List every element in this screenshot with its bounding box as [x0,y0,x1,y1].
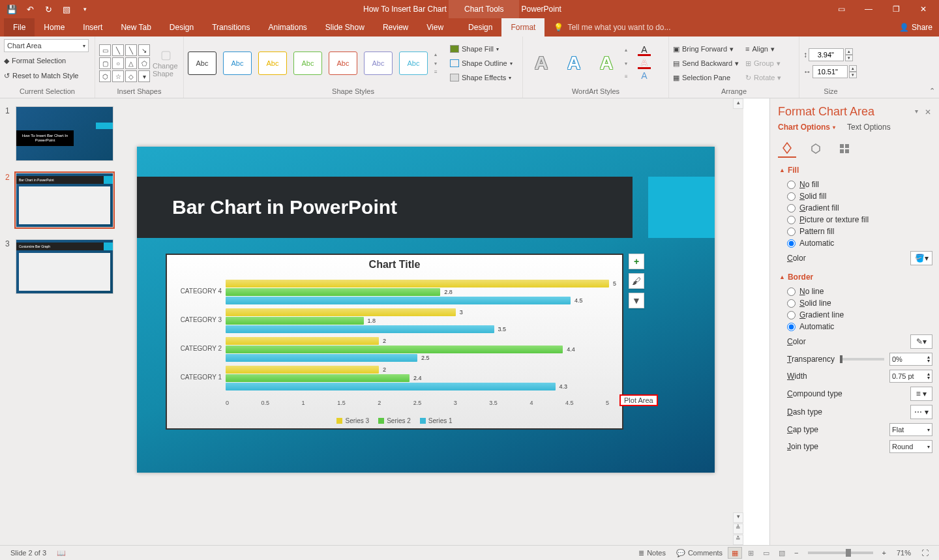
shape-outline-button[interactable]: Shape Outline ▾ [450,57,513,70]
reading-view-button[interactable]: ▭ [759,547,773,559]
text-fill-button[interactable]: A [638,44,651,56]
x-axis[interactable]: 00.511.522.533.544.55 [226,400,609,409]
slide-canvas[interactable]: Bar Chart in PowerPoint Chart Title CATE… [137,147,715,473]
redo-icon[interactable]: ↻ [43,4,53,14]
tab-animations[interactable]: Animations [259,18,316,37]
chart-styles-button[interactable]: 🖌 [629,273,644,289]
gallery-down-icon[interactable]: ▾ [625,61,633,66]
start-slideshow-icon[interactable]: ▧ [61,4,72,14]
spin-up-icon[interactable]: ▴ [849,65,857,72]
chart-object[interactable]: Chart Title CATEGORY 4 5 2.8 4.5 CATEGOR… [166,254,623,430]
notes-button[interactable]: ≣ Notes [633,549,671,557]
spell-check-icon[interactable]: 📖 [52,549,71,557]
group-button[interactable]: ⊞Group ▾ [745,57,781,70]
reset-match-style-button[interactable]: ↺ Reset to Match Style [4,69,79,82]
zoom-level[interactable]: 71% [891,549,916,557]
radio-no-fill[interactable]: No fill [779,179,932,190]
radio-gradient-fill[interactable]: Gradient fill [779,202,932,214]
pane-tab-text-options[interactable]: Text Options [847,123,891,132]
style-swatch[interactable]: Abc [399,52,428,75]
editor-vertical-scrollbar[interactable]: ▴ ▾ ≜ ≛ [733,98,743,545]
bar-series2[interactable] [226,317,364,325]
align-button[interactable]: ≡Align ▾ [745,42,781,55]
chart-title[interactable]: Chart Title [167,255,622,271]
slide-sorter-view-button[interactable]: ⊞ [743,547,758,559]
rotate-button[interactable]: ↻Rotate ▾ [745,71,781,84]
shape-styles-gallery[interactable]: Abc Abc Abc Abc Abc Abc Abc ▴ ▾ ≡ [188,52,442,75]
radio-pattern-fill[interactable]: Pattern fill [779,226,932,237]
tab-new-tab[interactable]: New Tab [112,18,160,37]
zoom-slider[interactable] [808,552,873,554]
tab-home[interactable]: Home [35,18,74,37]
gallery-down-icon[interactable]: ▾ [434,61,442,66]
tab-format[interactable]: Format [501,18,544,37]
wordart-style[interactable]: A [592,47,621,80]
pane-tab-chart-options[interactable]: Chart Options ▾ [778,123,835,132]
maximize-button[interactable]: ❐ [883,0,909,18]
wordart-gallery[interactable]: A A A ▴ ▾ ≡ [527,47,633,80]
bar-series1[interactable] [226,383,556,391]
bar-series1[interactable] [226,354,417,362]
bring-forward-button[interactable]: ▣Bring Forward ▾ [673,42,739,55]
tab-transitions[interactable]: Transitions [203,18,259,37]
bar-series3[interactable] [226,337,379,345]
tab-review[interactable]: Review [374,18,417,37]
share-button[interactable]: 👤 Share [899,23,932,32]
cap-type-field[interactable]: Flat▾ [889,423,932,436]
chart-elements-button[interactable]: + [629,254,644,269]
wordart-style[interactable]: A [527,47,556,80]
slide-counter[interactable]: Slide 2 of 3 [5,549,52,557]
comments-button[interactable]: 💬 Comments [671,549,728,557]
format-selection-button[interactable]: ◆ Format Selection [4,54,66,67]
tab-view[interactable]: View [417,18,453,37]
radio-gradient-line[interactable]: Gradient line [779,309,932,321]
next-slide-icon[interactable]: ≛ [733,535,743,545]
transparency-slider[interactable] [840,358,884,361]
tab-file[interactable]: File [4,18,35,37]
qat-more-icon[interactable]: ▾ [80,4,90,14]
style-swatch[interactable]: Abc [329,52,357,75]
minimize-button[interactable]: — [856,0,882,18]
radio-no-line[interactable]: No line [779,286,932,297]
chart-legend[interactable]: Series 3 Series 2 Series 1 [167,417,622,424]
dash-type-button[interactable]: ⋯ ▾ [910,405,932,419]
slide-thumbnail-2[interactable]: Bar Chart in PowerPoint [16,173,113,228]
border-color-button[interactable]: ✎ ▾ [910,334,932,349]
tab-design[interactable]: Design [160,18,203,37]
width-field[interactable]: 0.75 pt▴▾ [889,370,932,383]
radio-automatic-fill[interactable]: Automatic [779,237,932,249]
plot-area[interactable]: CATEGORY 4 5 2.8 4.5 CATEGORY 3 3 1.8 3.… [226,278,609,397]
save-icon[interactable]: 💾 [7,4,17,14]
pane-menu-icon[interactable]: ▾ [915,108,918,117]
scroll-up-icon[interactable]: ▴ [733,98,743,109]
tell-me-search[interactable]: 💡 Tell me what you want to do... [554,23,670,32]
bar-series3[interactable] [226,280,609,287]
style-swatch[interactable]: Abc [293,52,322,75]
shape-width-input[interactable] [812,65,848,78]
selection-pane-button[interactable]: ▦Selection Pane [673,71,739,84]
close-button[interactable]: ✕ [910,0,936,18]
tab-slideshow[interactable]: Slide Show [316,18,374,37]
gallery-more-icon[interactable]: ≡ [625,74,633,80]
bar-series2[interactable] [226,288,440,296]
collapse-ribbon-icon[interactable]: ⌃ [929,87,935,95]
gallery-more-icon[interactable]: ≡ [434,69,442,75]
radio-picture-fill[interactable]: Picture or texture fill [779,214,932,226]
wordart-style[interactable]: A [559,47,588,80]
fill-color-button[interactable]: 🪣 ▾ [910,251,932,265]
fit-to-window-button[interactable]: ⛶ [916,549,934,557]
slide-editor[interactable]: Bar Chart in PowerPoint Chart Title CATE… [125,98,743,545]
spin-down-icon[interactable]: ▾ [845,55,853,61]
join-type-field[interactable]: Round▾ [889,440,932,453]
style-swatch[interactable]: Abc [223,52,252,75]
fill-section-header[interactable]: ▲Fill [779,166,932,175]
slide-title[interactable]: Bar Chart in PowerPoint [137,177,633,238]
spin-up-icon[interactable]: ▴ [845,48,853,55]
gallery-up-icon[interactable]: ▴ [434,52,442,57]
radio-solid-line[interactable]: Solid line [779,297,932,309]
zoom-out-button[interactable]: − [789,549,803,557]
shape-fill-button[interactable]: Shape Fill ▾ [450,42,513,55]
spin-down-icon[interactable]: ▾ [849,72,857,78]
slide-thumbnail-3[interactable]: Customize Bar Graph [16,239,113,294]
prev-slide-icon[interactable]: ≜ [733,523,743,534]
